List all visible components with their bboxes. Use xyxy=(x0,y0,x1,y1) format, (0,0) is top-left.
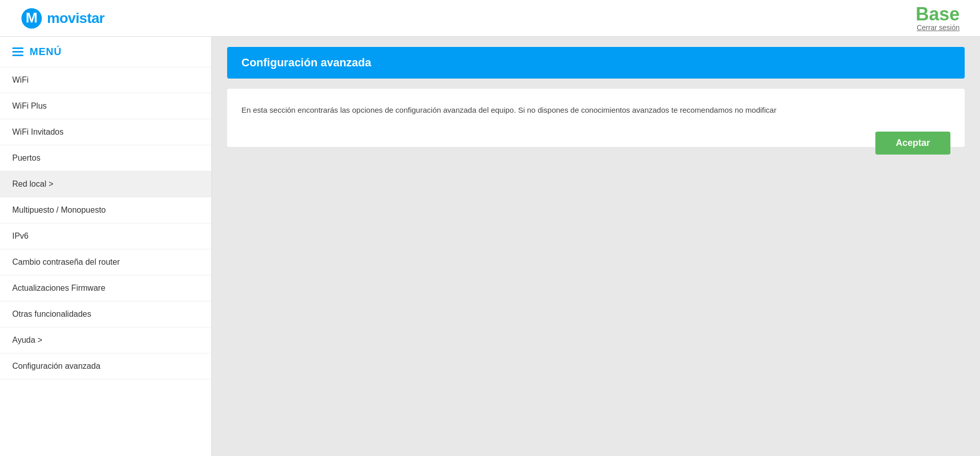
svg-text:M: M xyxy=(26,10,37,26)
movistar-m-icon: M xyxy=(20,7,43,30)
accept-button[interactable]: Aceptar xyxy=(875,132,950,155)
info-text: En esta sección encontrarás las opciones… xyxy=(241,104,950,116)
header: M movistar Base Cerrar sesión xyxy=(0,0,980,37)
info-box: En esta sección encontrarás las opciones… xyxy=(227,89,965,147)
sidebar-item-wifi[interactable]: WiFi xyxy=(0,67,211,93)
sidebar-item-ayuda[interactable]: Ayuda > xyxy=(0,327,211,353)
cerrar-sesion-link[interactable]: Cerrar sesión xyxy=(916,23,960,32)
sidebar-item-wifi-invitados[interactable]: WiFi Invitados xyxy=(0,119,211,145)
sidebar-item-ipv6[interactable]: IPv6 xyxy=(0,223,211,249)
sidebar-item-red-local[interactable]: Red local > xyxy=(0,171,211,197)
logo-area: M movistar xyxy=(20,7,105,30)
logo-text: movistar xyxy=(47,10,105,27)
sidebar: MENÚ WiFi WiFi Plus WiFi Invitados Puert… xyxy=(0,37,212,456)
sidebar-item-actualizaciones[interactable]: Actualizaciones Firmware xyxy=(0,275,211,301)
content-area: Configuración avanzada En esta sección e… xyxy=(212,37,980,456)
sidebar-item-config-avanzada[interactable]: Configuración avanzada xyxy=(0,353,211,379)
movistar-logo: M movistar xyxy=(20,7,105,30)
menu-label: MENÚ xyxy=(30,46,62,58)
sidebar-item-wifi-plus[interactable]: WiFi Plus xyxy=(0,93,211,119)
hamburger-icon[interactable] xyxy=(12,47,23,56)
sidebar-item-multipuesto[interactable]: Multipuesto / Monopuesto xyxy=(0,197,211,223)
sidebar-item-cambio-contrasena[interactable]: Cambio contraseña del router xyxy=(0,249,211,275)
content-banner: Configuración avanzada xyxy=(227,47,965,79)
main-layout: MENÚ WiFi WiFi Plus WiFi Invitados Puert… xyxy=(0,37,980,456)
header-base-label: Base xyxy=(916,5,960,23)
sidebar-item-puertos[interactable]: Puertos xyxy=(0,145,211,171)
header-right: Base Cerrar sesión xyxy=(916,5,960,32)
sidebar-item-otras-func[interactable]: Otras funcionalidades xyxy=(0,301,211,327)
menu-header: MENÚ xyxy=(0,37,211,67)
